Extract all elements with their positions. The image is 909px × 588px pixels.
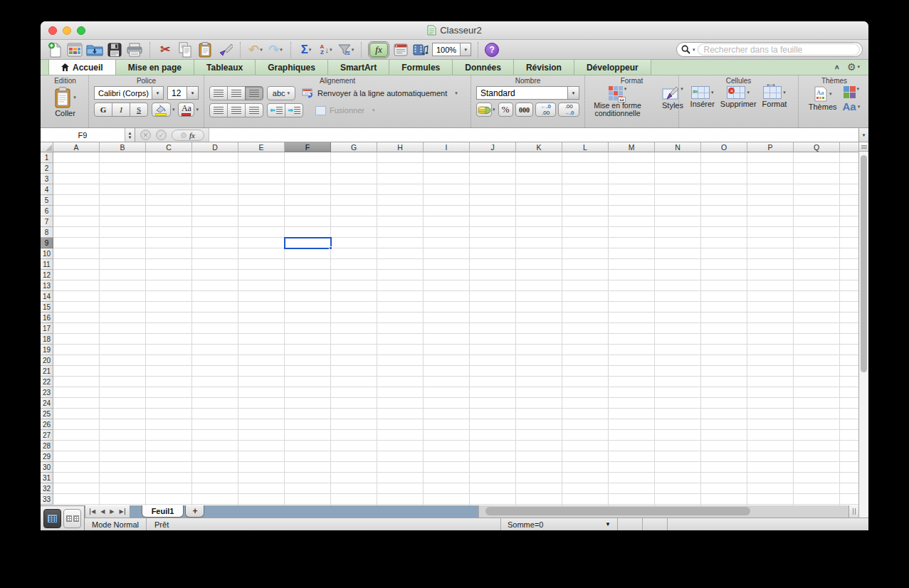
orientation-button[interactable]: abc ▾ [267, 86, 295, 100]
last-sheet-button[interactable]: ▶ [119, 508, 125, 515]
row-header-16[interactable]: 16 [41, 313, 53, 323]
formula-bar-expand-button[interactable]: ▾ [858, 128, 868, 142]
underline-button[interactable]: S [130, 103, 148, 117]
zoom-window-button[interactable] [77, 26, 85, 35]
filter-button[interactable]: ▾ [337, 41, 354, 58]
tab-smartart[interactable]: SmartArt [327, 59, 389, 75]
paste-dropdown-arrow-icon[interactable]: ▾ [73, 95, 76, 100]
toolbox-button[interactable] [392, 41, 409, 58]
tab-formules[interactable]: Formules [389, 59, 453, 75]
align-right-button[interactable] [245, 103, 263, 117]
themes-button[interactable]: Aa ▾ Thèmes [809, 86, 837, 112]
row-header-28[interactable]: 28 [41, 441, 53, 451]
spreadsheet-cells[interactable] [53, 152, 858, 505]
cut-button[interactable]: ✂ [157, 41, 174, 58]
column-header-h[interactable]: H [377, 142, 424, 152]
row-header-4[interactable]: 4 [41, 184, 53, 195]
title-bar[interactable]: Classeur2 [41, 21, 868, 40]
font-color-arrow-icon[interactable]: ▾ [196, 107, 199, 112]
column-header-p[interactable]: P [747, 142, 794, 152]
search-box[interactable]: ▾ [676, 42, 863, 57]
fill-handle[interactable] [329, 246, 332, 250]
undo-button[interactable]: ↶ ▾ [247, 41, 264, 58]
row-header-18[interactable]: 18 [41, 334, 53, 345]
row-header-15[interactable]: 15 [41, 302, 53, 313]
cancel-entry-button[interactable]: ✕ [140, 130, 151, 140]
dropdown-arrow-icon[interactable]: ▾ [309, 47, 312, 53]
row-header-26[interactable]: 26 [41, 419, 53, 430]
normal-view-button[interactable] [43, 509, 61, 528]
row-header-17[interactable]: 17 [41, 323, 53, 334]
percent-button[interactable]: % [498, 103, 514, 117]
dropdown-arrow-icon[interactable]: ▾ [260, 47, 263, 53]
row-header-23[interactable]: 23 [41, 387, 53, 398]
decrease-indent-button[interactable]: ⇐ [267, 103, 285, 117]
redo-button[interactable]: ↷ ▾ [267, 41, 284, 58]
row-header-29[interactable]: 29 [41, 451, 53, 462]
row-header-8[interactable]: 8 [41, 227, 53, 238]
autosum-button[interactable]: Σ ▾ [298, 41, 315, 58]
formula-builder-button[interactable]: fx [368, 41, 389, 58]
row-header-19[interactable]: 19 [41, 345, 53, 355]
first-sheet-button[interactable]: ◀ [90, 508, 95, 515]
paste-button[interactable] [196, 41, 214, 58]
tab-revision[interactable]: Révision [513, 59, 574, 75]
fill-color-button[interactable] [152, 103, 171, 117]
increase-decimal-button[interactable]: .00 →.0 [558, 103, 579, 117]
column-header-c[interactable]: C [146, 142, 192, 152]
row-header-9[interactable]: 9 [41, 238, 53, 248]
align-middle-button[interactable] [227, 86, 246, 100]
open-button[interactable] [86, 41, 103, 58]
thousands-button[interactable]: 000 [515, 103, 533, 117]
search-scope-arrow-icon[interactable]: ▾ [693, 47, 695, 53]
column-header-n[interactable]: N [655, 142, 701, 152]
tab-developpeur[interactable]: Développeur [574, 59, 651, 75]
previous-sheet-button[interactable]: ◀ [100, 508, 105, 515]
select-all-corner[interactable] [41, 142, 53, 152]
dropdown-arrow-icon[interactable]: ▾ [152, 86, 164, 100]
paste-big-button[interactable]: ▾ Coller [47, 87, 83, 118]
copy-button[interactable] [177, 41, 194, 58]
align-center-button[interactable] [227, 103, 246, 117]
row-header-31[interactable]: 31 [41, 473, 53, 483]
column-header-i[interactable]: I [424, 142, 470, 152]
currency-arrow-icon[interactable]: ▾ [493, 107, 495, 112]
row-header-25[interactable]: 25 [41, 409, 53, 419]
row-header-13[interactable]: 13 [41, 280, 53, 291]
number-format-select[interactable]: Standard ▾ [476, 86, 579, 100]
name-box-stepper[interactable]: ▲ ▼ [125, 128, 135, 142]
column-header-f[interactable]: F [285, 142, 331, 152]
save-button[interactable] [106, 41, 123, 58]
column-header-d[interactable]: D [192, 142, 238, 152]
new-workbook-button[interactable] [46, 41, 63, 58]
row-header-27[interactable]: 27 [41, 430, 53, 441]
vertical-scrollbar[interactable] [858, 142, 868, 505]
zoom-dropdown-arrow-icon[interactable]: ▾ [461, 43, 471, 56]
horizontal-scrollbar-thumb[interactable] [485, 507, 750, 515]
merge-arrow-icon[interactable]: ▾ [372, 107, 375, 113]
merge-control[interactable]: Fusionner ▾ [315, 106, 374, 115]
close-window-button[interactable] [48, 26, 57, 35]
formula-input[interactable] [209, 129, 858, 142]
row-header-11[interactable]: 11 [41, 259, 53, 270]
row-header-2[interactable]: 2 [41, 163, 53, 174]
row-header-24[interactable]: 24 [41, 398, 53, 409]
decrease-decimal-button[interactable]: ←.0 .00 [535, 103, 557, 117]
sum-status-dropdown[interactable]: Somme=0 ▼ [500, 518, 618, 530]
confirm-entry-button[interactable]: ✓ [156, 130, 167, 140]
column-header-k[interactable]: K [516, 142, 562, 152]
align-bottom-button[interactable] [245, 86, 263, 100]
row-header-7[interactable]: 7 [41, 216, 53, 227]
column-header-q[interactable]: Q [794, 142, 840, 152]
column-header-j[interactable]: J [470, 142, 516, 152]
minimize-window-button[interactable] [63, 26, 71, 35]
row-header-32[interactable]: 32 [41, 483, 53, 494]
vertical-split-handle[interactable] [859, 142, 868, 152]
format-cells-button[interactable]: ⟷ ▾ Format [762, 86, 787, 109]
column-header-e[interactable]: E [238, 142, 285, 152]
dropdown-arrow-icon[interactable]: ▾ [568, 86, 579, 100]
next-sheet-button[interactable]: ▶ [110, 508, 114, 515]
horizontal-split-handle[interactable] [848, 505, 858, 518]
tab-tableaux[interactable]: Tableaux [194, 59, 256, 75]
dropdown-arrow-icon[interactable]: ▾ [187, 86, 199, 100]
